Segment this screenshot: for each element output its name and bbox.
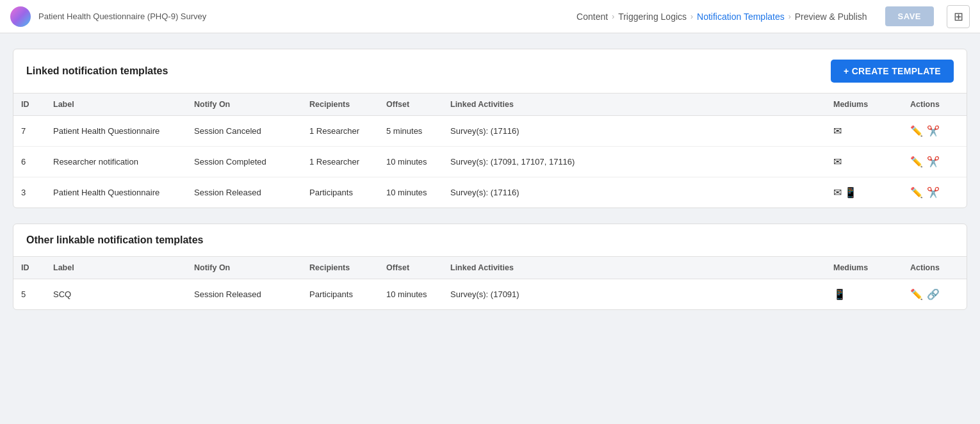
other-section-header: Other linkable notification templates (13, 224, 967, 256)
other-col-header-label: Label (45, 257, 186, 279)
other-templates-table: ID Label Notify On Recipients Offset Lin… (13, 256, 967, 309)
cell-recipients: 1 Researcher (302, 116, 379, 147)
cell-actions: ✏️✂️ (902, 116, 967, 147)
linked-templates-section: Linked notification templates + CREATE T… (13, 49, 967, 208)
cell-offset: 5 minutes (379, 116, 443, 147)
other-col-header-offset: Offset (379, 257, 443, 279)
col-header-label: Label (45, 94, 186, 116)
cell-recipients: 1 Researcher (302, 147, 379, 177)
email-icon: ✉ (833, 126, 842, 136)
other-section-title: Other linkable notification templates (26, 234, 204, 245)
cell-actions: ✏️✂️ (902, 147, 967, 177)
edit-icon[interactable]: ✏️ (910, 187, 923, 198)
cell-id: 5 (13, 279, 45, 310)
main-content: Linked notification templates + CREATE T… (0, 33, 980, 341)
cell-id: 7 (13, 116, 45, 147)
linked-table-row: 6 Researcher notification Session Comple… (13, 147, 967, 177)
col-header-activities: Linked Activities (443, 94, 826, 116)
edit-icon[interactable]: ✏️ (910, 126, 923, 136)
mobile-icon: 📱 (844, 187, 857, 198)
other-col-header-actions: Actions (902, 257, 967, 279)
other-table-row: 5 SCQ Session Released Participants 10 m… (13, 279, 967, 310)
col-header-notify: Notify On (186, 94, 302, 116)
app-title: Patient Health Questionnaire (PHQ-9) Sur… (38, 12, 569, 21)
save-button[interactable]: SAVE (885, 6, 934, 26)
cell-label: Patient Health Questionnaire (45, 116, 186, 147)
linked-section-header: Linked notification templates + CREATE T… (13, 49, 967, 93)
col-header-offset: Offset (379, 94, 443, 116)
cell-linked-activities: Survey(s): (17091, 17107, 17116) (443, 147, 826, 177)
col-header-recipients: Recipients (302, 94, 379, 116)
cell-mediums: ✉ (826, 147, 902, 177)
other-col-header-recipients: Recipients (302, 257, 379, 279)
other-col-header-notify: Notify On (186, 257, 302, 279)
cell-notify-on: Session Released (186, 177, 302, 208)
col-header-id: ID (13, 94, 45, 116)
cell-recipients: Participants (302, 177, 379, 208)
create-template-button[interactable]: + CREATE TEMPLATE (831, 60, 954, 83)
other-col-header-id: ID (13, 257, 45, 279)
nav-sep-1: › (612, 12, 614, 21)
linked-templates-table: ID Label Notify On Recipients Offset Lin… (13, 93, 967, 208)
cell-mediums: ✉ (826, 116, 902, 147)
cell-notify-on: Session Completed (186, 147, 302, 177)
link-icon[interactable]: 🔗 (927, 289, 940, 300)
email-icon: ✉ (833, 156, 842, 167)
linked-table-row: 3 Patient Health Questionnaire Session R… (13, 177, 967, 208)
col-header-mediums: Mediums (826, 94, 902, 116)
cell-actions: ✏️🔗 (902, 279, 967, 310)
mobile-icon: 📱 (833, 289, 846, 300)
email-icon: ✉ (833, 187, 842, 198)
cell-label: SCQ (45, 279, 186, 310)
layout-icon: ⊞ (954, 10, 963, 24)
header: Patient Health Questionnaire (PHQ-9) Sur… (0, 0, 980, 33)
cell-label: Researcher notification (45, 147, 186, 177)
edit-icon[interactable]: ✏️ (910, 156, 923, 167)
other-templates-section: Other linkable notification templates ID… (13, 224, 967, 310)
cell-label: Patient Health Questionnaire (45, 177, 186, 208)
col-header-actions: Actions (902, 94, 967, 116)
cell-actions: ✏️✂️ (902, 177, 967, 208)
linked-section-title: Linked notification templates (26, 65, 168, 77)
cell-linked-activities: Survey(s): (17116) (443, 177, 826, 208)
cell-recipients: Participants (302, 279, 379, 310)
cell-offset: 10 minutes (379, 279, 443, 310)
edit-icon[interactable]: ✏️ (910, 289, 923, 300)
other-col-header-mediums: Mediums (826, 257, 902, 279)
cell-mediums: ✉📱 (826, 177, 902, 208)
cell-linked-activities: Survey(s): (17091) (443, 279, 826, 310)
other-col-header-activities: Linked Activities (443, 257, 826, 279)
cell-offset: 10 minutes (379, 177, 443, 208)
nav-sep-3: › (788, 12, 791, 21)
nav-triggering[interactable]: Triggering Logics (618, 12, 687, 22)
unlink-icon[interactable]: ✂️ (927, 156, 940, 167)
unlink-icon[interactable]: ✂️ (927, 126, 940, 136)
nav-preview-publish[interactable]: Preview & Publish (795, 12, 867, 22)
cell-id: 6 (13, 147, 45, 177)
nav-notification-templates[interactable]: Notification Templates (697, 12, 785, 22)
cell-id: 3 (13, 177, 45, 208)
linked-table-header-row: ID Label Notify On Recipients Offset Lin… (13, 94, 967, 116)
linked-table-row: 7 Patient Health Questionnaire Session C… (13, 116, 967, 147)
nav-sep-2: › (690, 12, 693, 21)
nav-content[interactable]: Content (576, 12, 608, 22)
other-table-header-row: ID Label Notify On Recipients Offset Lin… (13, 257, 967, 279)
unlink-icon[interactable]: ✂️ (927, 187, 940, 198)
cell-mediums: 📱 (826, 279, 902, 310)
cell-notify-on: Session Canceled (186, 116, 302, 147)
app-logo (10, 6, 31, 27)
layout-icon-button[interactable]: ⊞ (947, 5, 970, 28)
cell-offset: 10 minutes (379, 147, 443, 177)
cell-notify-on: Session Released (186, 279, 302, 310)
cell-linked-activities: Survey(s): (17116) (443, 116, 826, 147)
nav-steps: Content › Triggering Logics › Notificati… (576, 12, 867, 22)
